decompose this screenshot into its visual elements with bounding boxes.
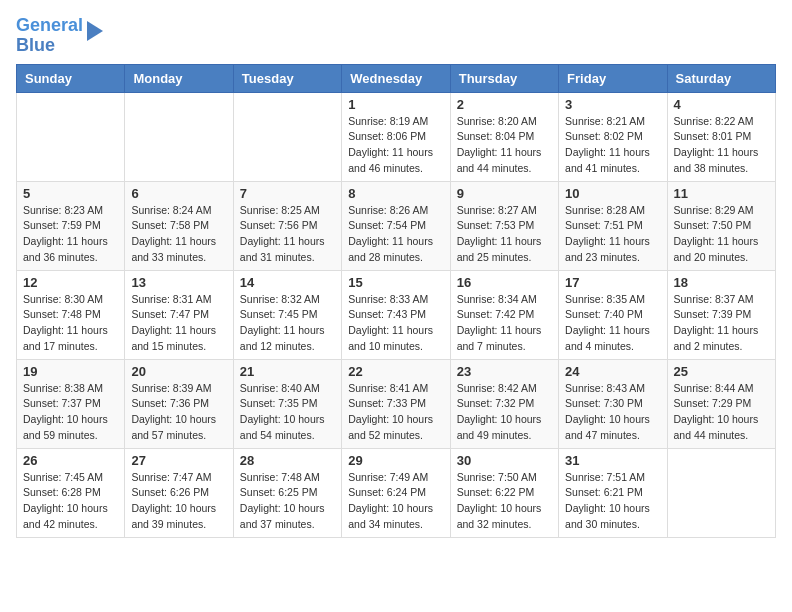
calendar-cell: 28Sunrise: 7:48 AMSunset: 6:25 PMDayligh… xyxy=(233,448,341,537)
day-number: 23 xyxy=(457,364,552,379)
day-number: 4 xyxy=(674,97,769,112)
calendar-cell: 8Sunrise: 8:26 AMSunset: 7:54 PMDaylight… xyxy=(342,181,450,270)
calendar-cell xyxy=(667,448,775,537)
day-number: 5 xyxy=(23,186,118,201)
day-info: Sunrise: 7:48 AMSunset: 6:25 PMDaylight:… xyxy=(240,470,335,533)
weekday-header: Wednesday xyxy=(342,64,450,92)
calendar-cell: 25Sunrise: 8:44 AMSunset: 7:29 PMDayligh… xyxy=(667,359,775,448)
page-header: GeneralBlue xyxy=(16,16,776,56)
day-info: Sunrise: 8:21 AMSunset: 8:02 PMDaylight:… xyxy=(565,114,660,177)
calendar-cell: 13Sunrise: 8:31 AMSunset: 7:47 PMDayligh… xyxy=(125,270,233,359)
weekday-header: Monday xyxy=(125,64,233,92)
day-info: Sunrise: 8:22 AMSunset: 8:01 PMDaylight:… xyxy=(674,114,769,177)
day-info: Sunrise: 8:19 AMSunset: 8:06 PMDaylight:… xyxy=(348,114,443,177)
calendar-cell: 29Sunrise: 7:49 AMSunset: 6:24 PMDayligh… xyxy=(342,448,450,537)
weekday-header: Friday xyxy=(559,64,667,92)
calendar-cell: 7Sunrise: 8:25 AMSunset: 7:56 PMDaylight… xyxy=(233,181,341,270)
weekday-header: Saturday xyxy=(667,64,775,92)
day-number: 2 xyxy=(457,97,552,112)
day-info: Sunrise: 8:30 AMSunset: 7:48 PMDaylight:… xyxy=(23,292,118,355)
day-number: 9 xyxy=(457,186,552,201)
day-info: Sunrise: 7:47 AMSunset: 6:26 PMDaylight:… xyxy=(131,470,226,533)
day-number: 10 xyxy=(565,186,660,201)
day-info: Sunrise: 7:50 AMSunset: 6:22 PMDaylight:… xyxy=(457,470,552,533)
day-number: 6 xyxy=(131,186,226,201)
calendar-cell: 14Sunrise: 8:32 AMSunset: 7:45 PMDayligh… xyxy=(233,270,341,359)
calendar-cell: 15Sunrise: 8:33 AMSunset: 7:43 PMDayligh… xyxy=(342,270,450,359)
calendar-cell: 22Sunrise: 8:41 AMSunset: 7:33 PMDayligh… xyxy=(342,359,450,448)
day-info: Sunrise: 8:25 AMSunset: 7:56 PMDaylight:… xyxy=(240,203,335,266)
day-number: 3 xyxy=(565,97,660,112)
day-info: Sunrise: 8:42 AMSunset: 7:32 PMDaylight:… xyxy=(457,381,552,444)
calendar-cell: 3Sunrise: 8:21 AMSunset: 8:02 PMDaylight… xyxy=(559,92,667,181)
weekday-header: Tuesday xyxy=(233,64,341,92)
day-info: Sunrise: 8:27 AMSunset: 7:53 PMDaylight:… xyxy=(457,203,552,266)
calendar-cell: 1Sunrise: 8:19 AMSunset: 8:06 PMDaylight… xyxy=(342,92,450,181)
day-number: 7 xyxy=(240,186,335,201)
calendar-cell xyxy=(233,92,341,181)
logo: GeneralBlue xyxy=(16,16,103,56)
day-number: 14 xyxy=(240,275,335,290)
calendar-cell: 30Sunrise: 7:50 AMSunset: 6:22 PMDayligh… xyxy=(450,448,558,537)
day-number: 30 xyxy=(457,453,552,468)
day-info: Sunrise: 8:33 AMSunset: 7:43 PMDaylight:… xyxy=(348,292,443,355)
day-number: 24 xyxy=(565,364,660,379)
logo-text: GeneralBlue xyxy=(16,16,83,56)
day-info: Sunrise: 8:23 AMSunset: 7:59 PMDaylight:… xyxy=(23,203,118,266)
calendar: SundayMondayTuesdayWednesdayThursdayFrid… xyxy=(16,64,776,538)
day-number: 1 xyxy=(348,97,443,112)
calendar-cell: 2Sunrise: 8:20 AMSunset: 8:04 PMDaylight… xyxy=(450,92,558,181)
day-info: Sunrise: 8:38 AMSunset: 7:37 PMDaylight:… xyxy=(23,381,118,444)
day-info: Sunrise: 8:35 AMSunset: 7:40 PMDaylight:… xyxy=(565,292,660,355)
day-info: Sunrise: 7:51 AMSunset: 6:21 PMDaylight:… xyxy=(565,470,660,533)
calendar-cell: 18Sunrise: 8:37 AMSunset: 7:39 PMDayligh… xyxy=(667,270,775,359)
day-number: 11 xyxy=(674,186,769,201)
calendar-cell: 5Sunrise: 8:23 AMSunset: 7:59 PMDaylight… xyxy=(17,181,125,270)
day-info: Sunrise: 8:41 AMSunset: 7:33 PMDaylight:… xyxy=(348,381,443,444)
day-info: Sunrise: 8:29 AMSunset: 7:50 PMDaylight:… xyxy=(674,203,769,266)
day-number: 17 xyxy=(565,275,660,290)
day-number: 19 xyxy=(23,364,118,379)
day-info: Sunrise: 8:28 AMSunset: 7:51 PMDaylight:… xyxy=(565,203,660,266)
calendar-cell: 27Sunrise: 7:47 AMSunset: 6:26 PMDayligh… xyxy=(125,448,233,537)
calendar-cell: 23Sunrise: 8:42 AMSunset: 7:32 PMDayligh… xyxy=(450,359,558,448)
calendar-cell: 20Sunrise: 8:39 AMSunset: 7:36 PMDayligh… xyxy=(125,359,233,448)
calendar-cell xyxy=(125,92,233,181)
day-info: Sunrise: 8:44 AMSunset: 7:29 PMDaylight:… xyxy=(674,381,769,444)
day-number: 29 xyxy=(348,453,443,468)
day-info: Sunrise: 8:31 AMSunset: 7:47 PMDaylight:… xyxy=(131,292,226,355)
calendar-cell: 16Sunrise: 8:34 AMSunset: 7:42 PMDayligh… xyxy=(450,270,558,359)
calendar-cell: 19Sunrise: 8:38 AMSunset: 7:37 PMDayligh… xyxy=(17,359,125,448)
day-number: 18 xyxy=(674,275,769,290)
day-info: Sunrise: 8:40 AMSunset: 7:35 PMDaylight:… xyxy=(240,381,335,444)
day-number: 22 xyxy=(348,364,443,379)
calendar-cell: 11Sunrise: 8:29 AMSunset: 7:50 PMDayligh… xyxy=(667,181,775,270)
calendar-cell: 17Sunrise: 8:35 AMSunset: 7:40 PMDayligh… xyxy=(559,270,667,359)
day-number: 16 xyxy=(457,275,552,290)
day-number: 28 xyxy=(240,453,335,468)
day-number: 27 xyxy=(131,453,226,468)
calendar-cell: 31Sunrise: 7:51 AMSunset: 6:21 PMDayligh… xyxy=(559,448,667,537)
calendar-cell: 10Sunrise: 8:28 AMSunset: 7:51 PMDayligh… xyxy=(559,181,667,270)
day-info: Sunrise: 8:26 AMSunset: 7:54 PMDaylight:… xyxy=(348,203,443,266)
day-info: Sunrise: 8:24 AMSunset: 7:58 PMDaylight:… xyxy=(131,203,226,266)
day-info: Sunrise: 8:34 AMSunset: 7:42 PMDaylight:… xyxy=(457,292,552,355)
day-number: 13 xyxy=(131,275,226,290)
calendar-cell: 21Sunrise: 8:40 AMSunset: 7:35 PMDayligh… xyxy=(233,359,341,448)
day-info: Sunrise: 7:49 AMSunset: 6:24 PMDaylight:… xyxy=(348,470,443,533)
day-info: Sunrise: 8:32 AMSunset: 7:45 PMDaylight:… xyxy=(240,292,335,355)
calendar-cell xyxy=(17,92,125,181)
day-number: 12 xyxy=(23,275,118,290)
calendar-cell: 4Sunrise: 8:22 AMSunset: 8:01 PMDaylight… xyxy=(667,92,775,181)
weekday-header: Sunday xyxy=(17,64,125,92)
calendar-header: SundayMondayTuesdayWednesdayThursdayFrid… xyxy=(17,64,776,92)
day-info: Sunrise: 8:20 AMSunset: 8:04 PMDaylight:… xyxy=(457,114,552,177)
calendar-cell: 9Sunrise: 8:27 AMSunset: 7:53 PMDaylight… xyxy=(450,181,558,270)
day-info: Sunrise: 8:37 AMSunset: 7:39 PMDaylight:… xyxy=(674,292,769,355)
day-number: 15 xyxy=(348,275,443,290)
day-info: Sunrise: 8:43 AMSunset: 7:30 PMDaylight:… xyxy=(565,381,660,444)
calendar-cell: 12Sunrise: 8:30 AMSunset: 7:48 PMDayligh… xyxy=(17,270,125,359)
day-number: 25 xyxy=(674,364,769,379)
day-number: 26 xyxy=(23,453,118,468)
day-number: 20 xyxy=(131,364,226,379)
